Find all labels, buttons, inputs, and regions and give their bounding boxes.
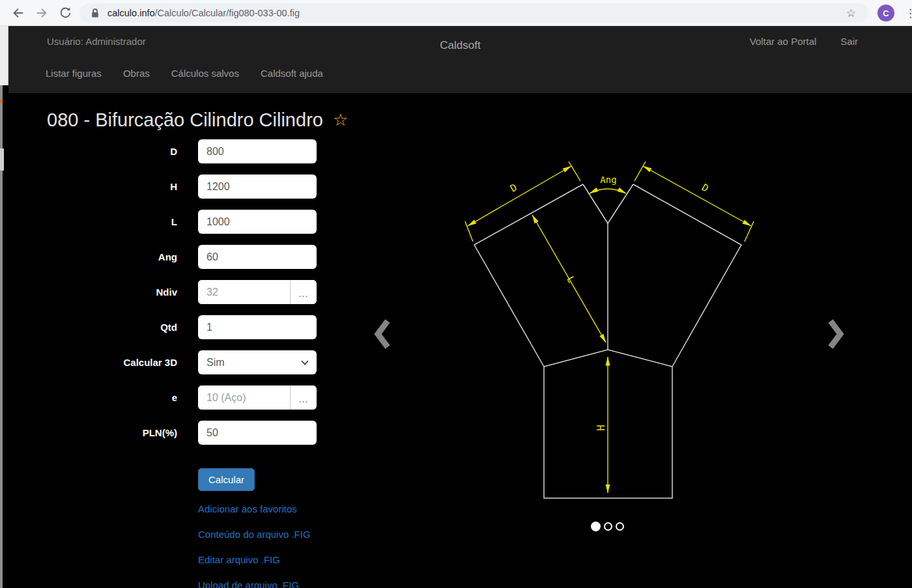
nav-item-caldsoft-ajuda[interactable]: Caldsoft ajuda [261,68,323,79]
e-more-button[interactable]: ... [290,385,317,410]
address-bar[interactable]: calculo.info/Calculo/Calcular/fig080-033… [79,3,868,23]
favorite-star-icon[interactable]: ☆ [333,110,348,130]
dim-label-d-right: D [700,182,711,195]
carousel-dots [591,522,624,531]
dim-label-l: L [564,274,577,285]
calculation-form: D H L Ang Ndiv ... Qtd Calcular 3D Si [0,139,365,588]
dim-label-h: H [595,425,607,430]
forward-arrow-icon [35,6,49,20]
dim-arc-ang [590,189,626,193]
pln-input[interactable] [198,421,317,445]
ndiv-more-button[interactable]: ... [290,280,317,304]
carousel-next-button[interactable] [827,318,844,352]
page-title: 080 - Bifurcação Cilindro Cilindro ☆ [47,109,348,131]
field-label-ndiv: Ndiv [0,280,177,304]
field-label-ang: Ang [0,245,177,269]
url-text: calculo.info/Calculo/Calcular/fig080-033… [107,8,300,18]
link-upload-fig[interactable]: Upload de arquivo .FIG [198,580,365,588]
browser-toolbar: calculo.info/Calculo/Calcular/fig080-033… [0,0,912,26]
left-edge-artifact [0,100,3,103]
lock-icon [91,8,100,18]
back-arrow-icon [11,6,25,20]
field-label-d: D [0,139,177,163]
browser-forward-button[interactable] [34,6,50,21]
main-nav: Listar figuras Obras Cálculos salvos Cal… [46,68,323,79]
portal-link[interactable]: Voltar ao Portal [750,36,817,47]
dim-label-ang: Ang [600,175,616,185]
field-label-l: L [0,210,177,234]
site-header: Usuário: Administrador Caldsoft Voltar a… [8,26,912,93]
field-row-h: H [0,175,365,199]
figure-title: 080 - Bifurcação Cilindro Cilindro [47,109,323,131]
link-adicionar-favoritos[interactable]: Adicionar aos favoritos [198,503,365,514]
figure-drawing: D D Ang L H [449,160,769,505]
chevron-right-icon [827,318,844,350]
field-label-e: e [0,385,177,410]
left-edge-strip [0,26,8,85]
qtd-input[interactable] [198,315,317,339]
field-row-calcular-3d: Calcular 3D Sim [0,350,365,374]
field-row-ang: Ang [0,245,365,269]
chevron-left-icon [374,318,391,350]
calcular-button[interactable]: Calcular [198,468,255,491]
field-label-qtd: Qtd [0,315,177,339]
logout-link[interactable]: Sair [840,36,858,47]
ang-input[interactable] [198,245,317,269]
browser-reload-button[interactable] [57,6,73,21]
calcular-3d-select[interactable]: Sim [198,350,317,374]
browser-profile-avatar[interactable]: C [877,5,894,21]
dim-label-d-left: D [508,182,519,195]
dim-line-d-left [468,166,571,226]
field-row-e: e ... [0,385,365,410]
dim-line-d-right [643,166,751,226]
nav-item-obras[interactable]: Obras [123,68,150,79]
dimension-lines [465,161,754,493]
carousel-prev-button[interactable] [374,318,391,352]
l-input[interactable] [198,210,317,234]
field-row-l: L [0,210,365,234]
reload-icon [58,6,72,20]
nav-item-listar-figuras[interactable]: Listar figuras [46,68,102,79]
d-input[interactable] [198,139,317,163]
bookmark-star-icon[interactable]: ☆ [842,6,860,21]
field-row-ndiv: Ndiv ... [0,280,365,304]
url-path: /Calculo/Calcular/fig080-033-00.fig [155,8,300,18]
h-input[interactable] [198,175,317,199]
field-row-qtd: Qtd [0,315,365,339]
ndiv-input[interactable] [198,280,290,304]
link-editar-fig[interactable]: Editar arquivo .FIG [198,554,365,565]
figure-links: Adicionar aos favoritos Conteúdo do arqu… [198,503,365,588]
link-conteudo-fig[interactable]: Conteúdo do arquivo .FIG [198,529,365,540]
url-host: calculo.info [107,8,155,18]
carousel-dot-3[interactable] [616,522,624,531]
carousel-dot-1[interactable] [591,522,601,531]
field-label-pln: PLN(%) [0,421,177,445]
carousel-dot-2[interactable] [604,522,612,531]
browser-menu-icon[interactable]: ⋮ [901,5,912,22]
field-row-d: D [0,139,365,163]
field-row-pln: PLN(%) [0,421,365,445]
field-label-calcular-3d: Calcular 3D [0,350,177,374]
browser-back-button[interactable] [10,6,26,21]
field-label-h: H [0,175,177,199]
nav-item-calculos-salvos[interactable]: Cálculos salvos [171,68,239,79]
e-input[interactable] [198,385,290,410]
